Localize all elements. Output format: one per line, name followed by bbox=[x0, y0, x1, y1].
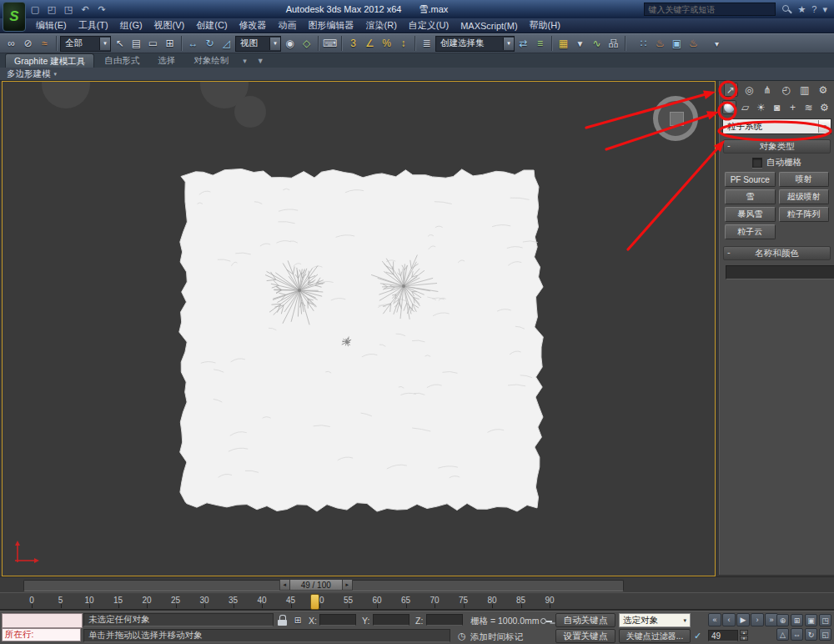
menu-rendering[interactable]: 渲染(R) bbox=[360, 19, 403, 32]
application-menu-button[interactable]: S bbox=[3, 2, 26, 32]
ribbon-tab-freeform[interactable]: 自由形式 bbox=[96, 53, 148, 68]
go-to-start-button[interactable]: « bbox=[708, 613, 721, 626]
menu-create[interactable]: 创建(C) bbox=[190, 19, 233, 32]
ribbon-panel-polygon-modeling[interactable]: 多边形建模 bbox=[7, 68, 51, 80]
selection-filter-dropdown[interactable]: 全部 ▾ bbox=[60, 36, 111, 52]
previous-frame-button[interactable]: ‹ bbox=[722, 613, 736, 626]
maxscript-mini-listener[interactable]: 所在行: bbox=[2, 628, 81, 641]
pf-source-button[interactable]: PF Source bbox=[725, 172, 776, 187]
menu-maxscript[interactable]: MAXScript(M) bbox=[455, 21, 523, 31]
schematic-view-icon[interactable]: 品 bbox=[605, 36, 621, 52]
open-file-icon[interactable]: ◰ bbox=[45, 3, 58, 16]
selection-lock-icon[interactable] bbox=[278, 615, 288, 626]
blizzard-button[interactable]: 暴风雪 bbox=[725, 207, 776, 222]
zoom-extents-all-icon[interactable]: ◳ bbox=[819, 614, 831, 626]
add-time-tag-label[interactable]: 添加时间标记 bbox=[470, 631, 523, 643]
snow-button[interactable]: 雪 bbox=[725, 189, 776, 204]
pcloud-button[interactable]: 粒子云 bbox=[725, 224, 776, 239]
systems-category-icon[interactable]: ⚙ bbox=[817, 100, 831, 114]
ribbon-tab-object-paint[interactable]: 对象绘制 bbox=[185, 53, 237, 68]
graphite-ribbon-toggle-icon[interactable]: ▼ bbox=[572, 36, 588, 52]
helpers-category-icon[interactable]: + bbox=[786, 100, 800, 114]
select-and-link-icon[interactable]: ∞ bbox=[3, 36, 19, 52]
frame-spinner[interactable]: ▴ ▾ bbox=[740, 630, 748, 641]
object-type-rollout-header[interactable]: - 对象类型 bbox=[723, 139, 831, 153]
save-file-icon[interactable]: ◳ bbox=[62, 3, 75, 16]
key-filters-button[interactable]: 关键点过滤器... bbox=[619, 629, 691, 643]
play-button[interactable]: ▶ bbox=[736, 613, 750, 626]
select-and-rotate-icon[interactable]: ↻ bbox=[202, 36, 218, 52]
render-production-icon[interactable]: ♨ bbox=[686, 36, 701, 52]
ribbon-options-icon[interactable]: ▼ bbox=[253, 53, 269, 68]
select-and-scale-icon[interactable]: ◿ bbox=[219, 36, 234, 52]
key-filter-selected-dropdown[interactable]: 选定对象 ▾ bbox=[619, 613, 691, 627]
pan-icon[interactable]: ⇔ bbox=[791, 628, 803, 641]
maximize-viewport-toggle-icon[interactable]: ◱ bbox=[819, 628, 831, 641]
next-frame-arrow-icon[interactable]: ► bbox=[342, 579, 353, 591]
search-icon[interactable] bbox=[781, 4, 791, 14]
space-warps-category-icon[interactable]: ≋ bbox=[801, 100, 816, 114]
edit-named-selection-sets-icon[interactable]: ≣ bbox=[419, 36, 435, 52]
keyboard-shortcut-override-icon[interactable]: ⌨ bbox=[322, 36, 338, 52]
favorites-star-icon[interactable]: ★ bbox=[797, 4, 806, 15]
spinner-down-icon[interactable]: ▾ bbox=[740, 636, 748, 641]
ribbon-minimize-icon[interactable]: ▾ bbox=[239, 53, 251, 68]
named-selection-sets-dropdown[interactable]: 创建选择集 ▾ bbox=[435, 36, 515, 52]
display-tab-icon[interactable]: ▥ bbox=[797, 83, 811, 97]
menu-animation[interactable]: 动画 bbox=[273, 19, 303, 32]
create-tab-icon[interactable]: ↗ bbox=[724, 83, 738, 97]
menu-graph-editors[interactable]: 图形编辑器 bbox=[303, 19, 360, 32]
menu-help[interactable]: 帮助(H) bbox=[524, 19, 566, 32]
x-coordinate-input[interactable] bbox=[319, 614, 356, 626]
reference-coordinate-dropdown[interactable]: 视图 ▾ bbox=[235, 36, 281, 52]
angle-snap-icon[interactable]: ∠ bbox=[362, 36, 378, 52]
lights-category-icon[interactable]: ☀ bbox=[754, 100, 768, 114]
toolbar-overflow-icon[interactable]: ▾ bbox=[709, 36, 725, 52]
material-editor-icon[interactable]: ∷ bbox=[636, 36, 651, 52]
auto-key-button[interactable]: 自动关键点 bbox=[555, 613, 615, 627]
shapes-category-icon[interactable]: ▱ bbox=[738, 100, 752, 114]
ribbon-tab-selection[interactable]: 选择 bbox=[149, 53, 183, 68]
curve-editor-icon[interactable]: ∿ bbox=[589, 36, 605, 52]
spinner-up-icon[interactable]: ▴ bbox=[740, 630, 748, 635]
redo-icon[interactable]: ↷ bbox=[95, 3, 108, 16]
percent-snap-icon[interactable]: % bbox=[379, 36, 394, 52]
render-setup-icon[interactable]: ♨ bbox=[652, 36, 668, 52]
maxscript-macro-recorder-line[interactable] bbox=[2, 613, 83, 628]
zoom-icon[interactable]: ⊕ bbox=[776, 614, 789, 626]
super-spray-button[interactable]: 超级喷射 bbox=[779, 189, 830, 204]
select-and-manipulate-icon[interactable]: ◇ bbox=[299, 36, 314, 52]
motion-tab-icon[interactable]: ◴ bbox=[779, 83, 793, 97]
current-frame-input[interactable] bbox=[708, 630, 738, 641]
window-crossing-icon[interactable]: ⊞ bbox=[162, 36, 178, 52]
align-icon[interactable]: ≡ bbox=[532, 36, 548, 52]
current-frame-marker[interactable] bbox=[310, 594, 319, 610]
rectangular-selection-region-icon[interactable]: ▭ bbox=[145, 36, 161, 52]
track-bar[interactable]: 051015202530354045505560657075808590 bbox=[0, 592, 834, 611]
mirror-icon[interactable]: ⇄ bbox=[515, 36, 531, 52]
field-of-view-icon[interactable]: △ bbox=[776, 628, 789, 641]
ribbon-tab-graphite[interactable]: Graphite 建模工具 bbox=[5, 53, 94, 68]
spinner-snap-icon[interactable]: ↕ bbox=[395, 36, 411, 52]
menu-group[interactable]: 组(G) bbox=[114, 19, 148, 32]
new-scene-icon[interactable]: ▢ bbox=[28, 3, 42, 16]
hierarchy-tab-icon[interactable]: ⋔ bbox=[761, 83, 775, 97]
menu-edit[interactable]: 编辑(E) bbox=[30, 19, 73, 32]
use-pivot-center-icon[interactable]: ◉ bbox=[282, 36, 298, 52]
previous-frame-arrow-icon[interactable]: ◄ bbox=[279, 579, 290, 591]
help-icon[interactable]: ? bbox=[811, 4, 816, 14]
select-by-name-icon[interactable]: ▤ bbox=[128, 36, 144, 52]
zoom-all-icon[interactable]: ⊞ bbox=[791, 614, 803, 626]
orbit-icon[interactable]: ↻ bbox=[805, 628, 817, 641]
zoom-extents-icon[interactable]: ▣ bbox=[805, 614, 817, 626]
viewcube-compass[interactable] bbox=[653, 96, 698, 141]
next-frame-button[interactable]: › bbox=[751, 613, 764, 626]
object-name-input[interactable] bbox=[726, 265, 834, 279]
time-slider-handle[interactable]: ◄ 49 / 100 ► bbox=[279, 579, 353, 591]
menu-modifiers[interactable]: 修改器 bbox=[234, 19, 273, 32]
infocenter-dropdown-icon[interactable]: ▾ bbox=[822, 4, 827, 15]
geometry-category-dropdown[interactable]: 粒子系统 ▾ bbox=[722, 118, 831, 134]
snaps-toggle-icon[interactable]: 3 bbox=[345, 36, 361, 52]
select-object-icon[interactable]: ↖ bbox=[112, 36, 128, 52]
select-and-move-icon[interactable]: ↔ bbox=[185, 36, 201, 52]
